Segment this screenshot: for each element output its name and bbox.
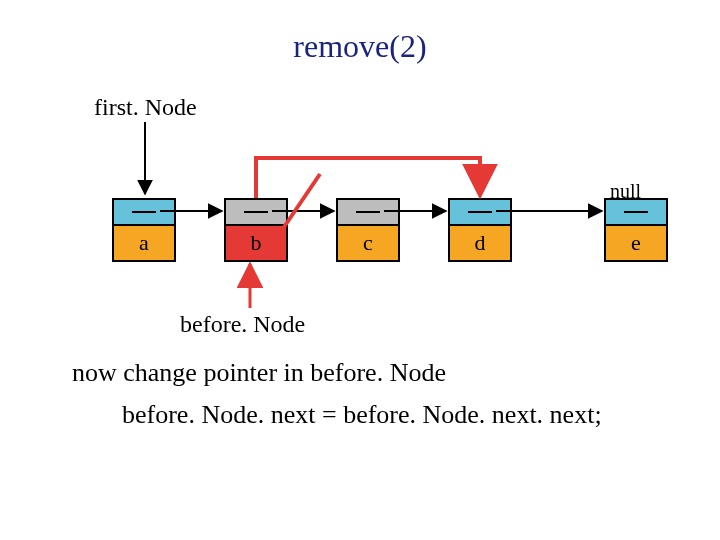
skip-arrow-b-d bbox=[256, 158, 480, 198]
node-pointer-box bbox=[224, 198, 288, 226]
list-node-e: e bbox=[604, 198, 668, 262]
caption-line-2: before. Node. next = before. Node. next.… bbox=[122, 400, 602, 430]
node-pointer-box bbox=[448, 198, 512, 226]
diagram-stage: remove(2) first. Node null a b c d e bef… bbox=[0, 0, 720, 540]
list-node-a: a bbox=[112, 198, 176, 262]
before-node-label: before. Node bbox=[180, 311, 305, 338]
node-pointer-box bbox=[336, 198, 400, 226]
node-value: b bbox=[224, 226, 288, 262]
page-title: remove(2) bbox=[0, 28, 720, 65]
arrows-overlay bbox=[0, 0, 720, 540]
list-node-b: b bbox=[224, 198, 288, 262]
list-node-c: c bbox=[336, 198, 400, 262]
list-node-d: d bbox=[448, 198, 512, 262]
caption-line-1: now change pointer in before. Node bbox=[72, 358, 446, 388]
node-value: c bbox=[336, 226, 400, 262]
first-node-label: first. Node bbox=[94, 94, 197, 121]
node-value: e bbox=[604, 226, 668, 262]
node-value: a bbox=[112, 226, 176, 262]
node-pointer-box bbox=[604, 198, 668, 226]
node-pointer-box bbox=[112, 198, 176, 226]
node-value: d bbox=[448, 226, 512, 262]
